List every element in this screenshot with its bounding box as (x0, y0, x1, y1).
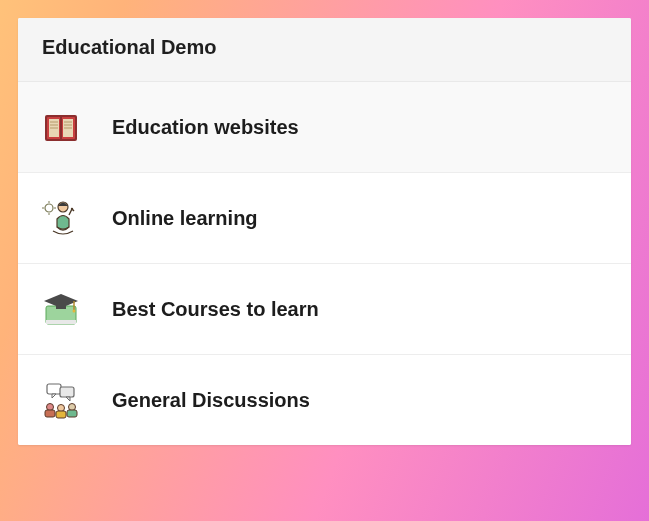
discussion-icon (40, 379, 82, 421)
panel-header: Educational Demo (18, 18, 631, 82)
learner-icon (40, 197, 82, 239)
category-label: Best Courses to learn (112, 298, 319, 321)
svg-marker-24 (52, 394, 56, 398)
category-item-best-courses[interactable]: Best Courses to learn (18, 264, 631, 355)
category-list: Education websites (18, 82, 631, 445)
svg-rect-32 (67, 410, 77, 417)
svg-rect-18 (46, 320, 76, 324)
svg-rect-20 (56, 304, 66, 309)
svg-point-31 (69, 404, 76, 411)
svg-point-10 (45, 204, 53, 212)
svg-point-29 (58, 405, 65, 412)
category-label: General Discussions (112, 389, 310, 412)
category-item-general-discussions[interactable]: General Discussions (18, 355, 631, 445)
panel-title: Educational Demo (42, 36, 216, 58)
svg-point-16 (71, 208, 73, 210)
category-item-education-websites[interactable]: Education websites (18, 82, 631, 173)
svg-rect-25 (60, 387, 74, 397)
svg-rect-23 (47, 384, 61, 394)
category-label: Online learning (112, 207, 258, 230)
svg-point-22 (73, 310, 76, 313)
svg-rect-28 (45, 410, 55, 417)
grad-cap-icon (40, 288, 82, 330)
svg-rect-30 (56, 411, 66, 418)
category-label: Education websites (112, 116, 299, 139)
category-item-online-learning[interactable]: Online learning (18, 173, 631, 264)
svg-point-27 (47, 404, 54, 411)
svg-marker-26 (66, 397, 70, 401)
forum-category-panel: Educational Demo Education w (18, 18, 631, 445)
book-icon (40, 106, 82, 148)
